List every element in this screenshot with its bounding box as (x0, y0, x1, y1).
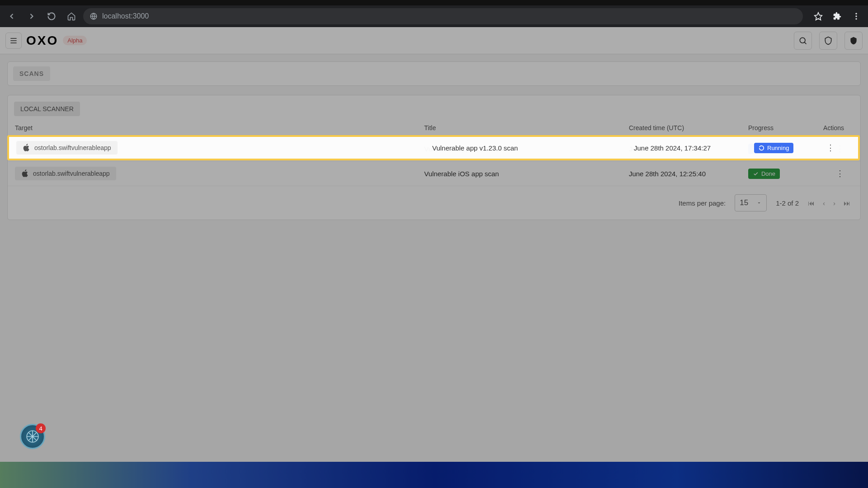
header-scan-icon[interactable] (794, 32, 812, 50)
col-target: Target (8, 120, 417, 136)
page-next-icon[interactable]: › (833, 199, 835, 207)
target-text: ostorlab.swiftvulnerableapp (33, 170, 110, 177)
logo: OXO (26, 33, 58, 48)
browser-menu-icon[interactable] (848, 8, 864, 24)
local-scanner-chip[interactable]: LOCAL SCANNER (14, 102, 80, 116)
page-last-icon[interactable]: ⏭ (844, 199, 850, 207)
extensions-icon[interactable] (829, 8, 845, 24)
svg-point-2 (855, 15, 857, 17)
created-cell: June 28th 2024, 12:25:40 (622, 161, 741, 186)
header-shield-icon[interactable] (819, 32, 837, 50)
highlighted-row[interactable]: ostorlab.swiftvulnerableapp Vulnerable a… (7, 135, 860, 160)
chevron-down-icon (756, 200, 762, 206)
page-range: 1-2 of 2 (776, 199, 799, 207)
items-per-page-label: Items per page: (679, 199, 726, 207)
back-button[interactable] (4, 8, 20, 24)
svg-point-3 (855, 18, 857, 19)
desktop-gradient (0, 462, 868, 488)
app-header: OXO Alpha (0, 27, 868, 54)
tab-strip (0, 0, 868, 5)
target-pill: ostorlab.swiftvulnerableapp (15, 167, 116, 180)
title-cell: Vulnerable iOS app scan (417, 161, 622, 186)
page-first-icon[interactable]: ⏮ (808, 199, 815, 207)
url-text: localhost:3000 (102, 12, 149, 20)
badge-count: 4 (36, 423, 46, 433)
apple-icon (23, 144, 30, 152)
header-security-icon[interactable] (844, 32, 863, 50)
col-title: Title (417, 120, 622, 136)
browser-right-icons (810, 8, 864, 24)
row-actions-icon[interactable]: ⋮ (826, 143, 835, 152)
pagination: Items per page: 15 1-2 of 2 ⏮ ‹ › ⏭ (8, 186, 860, 213)
address-bar[interactable]: localhost:3000 (83, 8, 803, 24)
target-text: ostorlab.swiftvulnerableapp (34, 144, 111, 151)
globe-icon (90, 12, 98, 20)
table-row[interactable]: ostorlab.swiftvulnerableapp Vulnerable i… (8, 161, 860, 186)
svg-point-4 (800, 38, 805, 43)
status-badge-done: Done (748, 169, 780, 179)
page-prev-icon[interactable]: ‹ (823, 199, 825, 207)
col-progress: Progress (741, 120, 809, 136)
page-viewport: OXO Alpha SCANS LOCAL SCANNER Target Tit… (0, 27, 868, 488)
row-actions-icon[interactable]: ⋮ (836, 169, 844, 178)
reload-button[interactable] (43, 8, 60, 24)
scans-button[interactable]: SCANS (13, 66, 50, 81)
target-pill: ostorlab.swiftvulnerableapp (16, 141, 118, 155)
col-actions: Actions (809, 120, 860, 136)
hamburger-button[interactable] (5, 33, 22, 49)
alpha-badge: Alpha (63, 36, 87, 45)
status-badge-running: Running (754, 143, 793, 153)
apple-icon (21, 169, 28, 178)
scans-card: SCANS (7, 61, 861, 86)
bookmark-icon[interactable] (810, 8, 826, 24)
forward-button[interactable] (24, 8, 40, 24)
items-per-page-select[interactable]: 15 (735, 194, 767, 211)
created-cell: June 28th 2024, 17:34:27 (627, 144, 747, 152)
svg-point-1 (855, 13, 857, 14)
home-button[interactable] (63, 8, 80, 24)
floating-assistant-badge[interactable]: 4 (20, 424, 45, 449)
col-created: Created time (UTC) (622, 120, 741, 136)
title-cell: Vulnerable app v1.23.0 scan (425, 144, 627, 152)
browser-toolbar: localhost:3000 (0, 5, 868, 27)
browser-chrome: localhost:3000 (0, 0, 868, 27)
